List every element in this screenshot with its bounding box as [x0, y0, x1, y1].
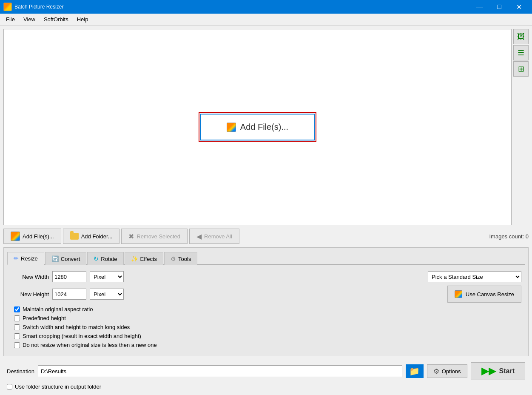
menu-help[interactable]: Help [73, 14, 93, 24]
list-view-icon: ☰ [518, 48, 524, 57]
titlebar-left: Batch Picture Resizer [3, 3, 63, 11]
add-files-button[interactable]: Add File(s)... [3, 229, 61, 244]
canvas-resize-icon [455, 290, 462, 298]
resize-tab-icon: ✏ [14, 255, 19, 262]
remove-selected-icon: ✖ [128, 232, 134, 240]
predefined-height-row: Predefined height [14, 315, 521, 321]
tab-effects-label: Effects [140, 256, 157, 262]
add-files-label: Add File(s)... [23, 233, 54, 240]
new-height-label: New Height [11, 291, 49, 298]
canvas-resize-button[interactable]: Use Canvas Resize [447, 286, 521, 303]
view-list-button[interactable]: ☰ [513, 45, 529, 60]
standard-size-select[interactable]: Pick a Standard Size [428, 271, 521, 282]
convert-tab-icon: 🔄 [51, 255, 59, 262]
add-files-center-icon [227, 123, 236, 132]
canvas-resize-label: Use Canvas Resize [466, 291, 514, 298]
new-height-input[interactable] [52, 289, 86, 300]
app-title: Batch Picture Resizer [14, 4, 63, 10]
close-button[interactable]: ✕ [509, 0, 529, 14]
menu-softorbits[interactable]: SoftOrbits [40, 14, 73, 24]
tab-rotate-label: Rotate [101, 256, 117, 262]
add-files-icon [11, 232, 20, 241]
tab-convert[interactable]: 🔄 Convert [45, 252, 87, 265]
remove-selected-label: Remove Selected [137, 233, 180, 240]
folder-structure-label: Use folder structure in output folder [15, 384, 101, 390]
maximize-button[interactable]: □ [489, 0, 509, 14]
smart-crop-checkbox[interactable] [14, 333, 20, 339]
tabs: ✏ Resize 🔄 Convert ↻ Rotate ✨ Effects ⚙ … [7, 251, 525, 265]
main-container: Add File(s)... 🖼 ☰ ⊞ Add File(s)... Add … [0, 26, 532, 395]
toolbar: Add File(s)... Add Folder... ✖ Remove Se… [3, 228, 529, 245]
destination-label: Destination [7, 368, 34, 375]
tab-resize-label: Resize [21, 255, 38, 262]
footer-bar: Use folder structure in output folder [3, 384, 529, 392]
titlebar: Batch Picture Resizer — □ ✕ [0, 0, 532, 14]
tools-tab-icon: ⚙ [171, 255, 176, 262]
menubar: File View SoftOrbits Help [0, 14, 532, 26]
add-files-center-button[interactable]: Add File(s)... [200, 114, 315, 140]
smart-crop-label: Smart cropping (result in exact width an… [23, 333, 141, 339]
new-width-unit-select[interactable]: Pixel Percent Inch Cm [90, 271, 124, 282]
start-arrow-icon: ▶▶ [481, 366, 496, 377]
images-count-value: 0 [526, 233, 529, 240]
new-width-row: New Width Pixel Percent Inch Cm Pick a S… [11, 271, 521, 282]
destination-input[interactable] [38, 365, 402, 377]
footer-section: Destination 📁 ⚙ Options ▶▶ Start Use fol… [3, 359, 529, 392]
view-thumbnail-button[interactable]: 🖼 [513, 29, 529, 44]
tab-convert-label: Convert [61, 256, 80, 262]
add-folder-button[interactable]: Add Folder... [63, 229, 120, 244]
destination-browse-button[interactable]: 📁 [406, 364, 424, 378]
menu-view[interactable]: View [19, 14, 40, 24]
switch-wh-checkbox[interactable] [14, 324, 20, 330]
no-resize-row: Do not resize when original size is less… [14, 342, 521, 348]
resize-panel: New Width Pixel Percent Inch Cm Pick a S… [7, 269, 525, 352]
view-buttons: 🖼 ☰ ⊞ [513, 29, 529, 225]
add-folder-label: Add Folder... [81, 233, 113, 240]
tab-tools-label: Tools [178, 256, 191, 262]
resize-left: New Width Pixel Percent Inch Cm Pick a S… [11, 271, 521, 351]
predefined-height-label: Predefined height [23, 315, 66, 321]
view-grid-button[interactable]: ⊞ [513, 61, 529, 77]
titlebar-controls: — □ ✕ [470, 0, 529, 14]
remove-all-label: Remove All [204, 233, 232, 240]
tab-effects[interactable]: ✨ Effects [125, 252, 164, 265]
start-button[interactable]: ▶▶ Start [471, 362, 525, 380]
options-button[interactable]: ⚙ Options [427, 364, 467, 378]
effects-tab-icon: ✨ [131, 255, 138, 262]
predefined-height-checkbox[interactable] [14, 315, 20, 321]
images-count-label: Images count: [489, 233, 524, 240]
image-area: Add File(s)... [3, 29, 512, 225]
tab-resize[interactable]: ✏ Resize [7, 252, 44, 265]
bottom-panel: ✏ Resize 🔄 Convert ↻ Rotate ✨ Effects ⚙ … [3, 247, 529, 356]
footer-left: Use folder structure in output folder [7, 384, 101, 390]
new-width-input[interactable] [52, 271, 86, 282]
switch-wh-label: Switch width and height to match long si… [23, 324, 130, 330]
options-label: Options [442, 368, 461, 375]
new-height-row: New Height Pixel Percent Inch Cm Use Can… [11, 286, 521, 303]
image-area-wrapper: Add File(s)... 🖼 ☰ ⊞ [3, 29, 529, 225]
remove-all-button[interactable]: ◀ Remove All [189, 229, 239, 244]
folder-structure-checkbox[interactable] [7, 384, 12, 389]
rotate-tab-icon: ↻ [94, 255, 99, 262]
maintain-aspect-label: Maintain original aspect ratio [23, 306, 93, 312]
app-icon [3, 3, 12, 11]
tab-rotate[interactable]: ↻ Rotate [87, 252, 123, 265]
menu-file[interactable]: File [2, 14, 19, 24]
remove-selected-button[interactable]: ✖ Remove Selected [121, 229, 188, 244]
start-label: Start [499, 367, 515, 375]
destination-bar: Destination 📁 ⚙ Options ▶▶ Start [3, 361, 529, 382]
minimize-button[interactable]: — [470, 0, 489, 14]
resize-content: New Width Pixel Percent Inch Cm Pick a S… [11, 271, 521, 351]
tab-tools[interactable]: ⚙ Tools [164, 252, 197, 265]
thumbnail-view-icon: 🖼 [517, 32, 525, 41]
remove-all-icon: ◀ [196, 232, 202, 240]
no-resize-checkbox[interactable] [14, 342, 20, 348]
no-resize-label: Do not resize when original size is less… [23, 342, 157, 348]
grid-view-icon: ⊞ [518, 64, 524, 74]
maintain-aspect-checkbox[interactable] [14, 306, 20, 312]
new-height-unit-select[interactable]: Pixel Percent Inch Cm [90, 289, 124, 300]
smart-crop-row: Smart cropping (result in exact width an… [14, 333, 521, 339]
maintain-aspect-row: Maintain original aspect ratio [14, 306, 521, 312]
new-width-label: New Width [11, 274, 49, 280]
images-count: Images count: 0 [489, 233, 529, 240]
